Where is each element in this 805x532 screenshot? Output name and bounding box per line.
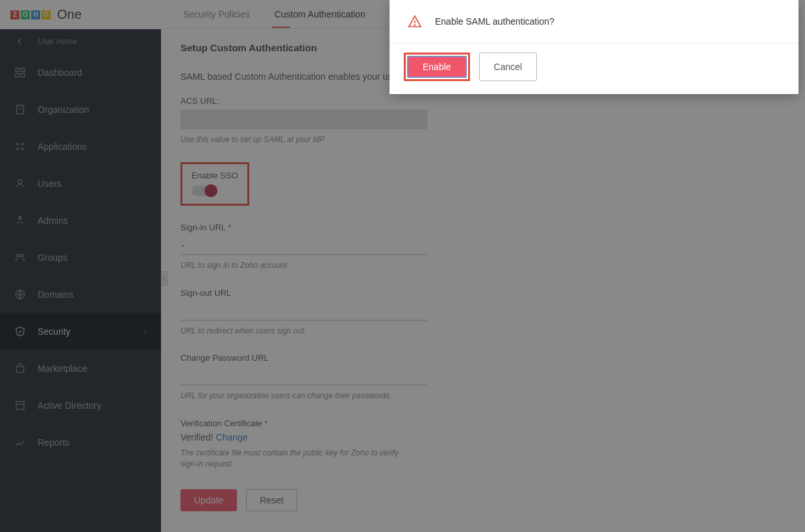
- confirm-dialog: Enable SAML authentication? Enable Cance…: [390, 0, 799, 94]
- enable-button[interactable]: Enable: [407, 56, 467, 78]
- enable-button-highlight: Enable: [404, 53, 470, 81]
- warning-icon: [408, 14, 422, 29]
- svg-point-21: [414, 25, 415, 25]
- dialog-message: Enable SAML authentication?: [435, 16, 554, 27]
- modal-overlay[interactable]: Enable SAML authentication? Enable Cance…: [0, 0, 805, 532]
- cancel-button[interactable]: Cancel: [479, 53, 538, 81]
